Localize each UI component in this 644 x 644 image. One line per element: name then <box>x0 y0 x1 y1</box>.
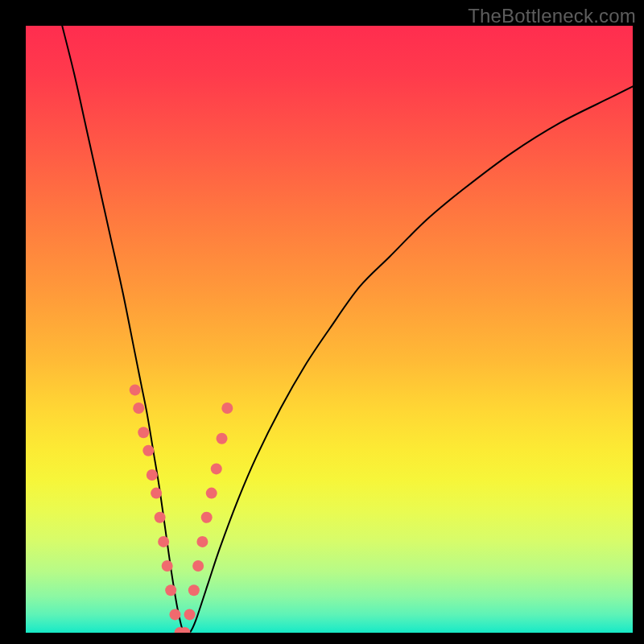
v-curve-line <box>62 26 633 633</box>
scatter-dot <box>196 536 208 547</box>
scatter-dot <box>206 488 217 499</box>
scatter-dot <box>221 402 233 414</box>
scatter-dot <box>133 402 144 414</box>
scatter-dot <box>211 463 222 474</box>
watermark-text: TheBottleneck.com <box>468 5 636 27</box>
scatter-dot <box>217 433 228 444</box>
plot-area <box>26 26 633 633</box>
scatter-dot <box>142 445 154 456</box>
chart-frame: TheBottleneck.com <box>0 0 644 644</box>
curve-layer <box>26 26 633 633</box>
scatter-dot <box>130 384 141 395</box>
scatter-dots <box>130 384 233 633</box>
scatter-dot <box>165 584 176 596</box>
scatter-dot <box>151 488 162 499</box>
scatter-dot <box>158 536 169 547</box>
scatter-dot <box>192 560 204 572</box>
scatter-dot <box>155 512 166 523</box>
scatter-dot <box>184 609 196 620</box>
scatter-dot <box>169 609 180 620</box>
scatter-dot <box>188 584 200 596</box>
scatter-dot <box>162 560 173 572</box>
scatter-dot <box>138 427 149 438</box>
scatter-dot <box>201 512 213 523</box>
v-curve-path <box>62 26 633 633</box>
scatter-dot <box>147 469 158 481</box>
